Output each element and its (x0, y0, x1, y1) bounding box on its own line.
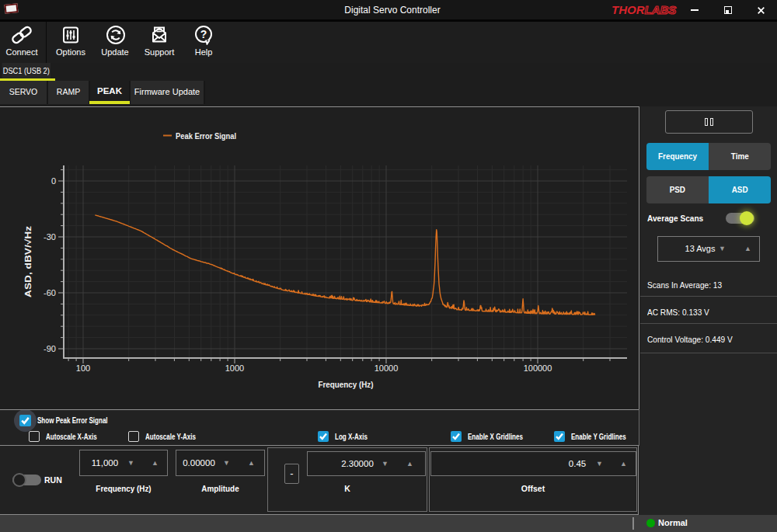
svg-text:0: 0 (51, 176, 56, 186)
svg-text:10000: 10000 (375, 363, 399, 373)
svg-text:100000: 100000 (524, 363, 552, 373)
svg-text:100: 100 (76, 363, 90, 373)
svg-text:-90: -90 (44, 344, 56, 353)
svg-text:-60: -60 (44, 288, 56, 297)
svg-text:ASD, dBV/√Hz: ASD, dBV/√Hz (23, 226, 33, 297)
svg-text:1000: 1000 (225, 363, 244, 373)
svg-text:Peak Error Signal: Peak Error Signal (176, 131, 236, 141)
svg-text:Frequency (Hz): Frequency (Hz) (319, 380, 374, 389)
svg-text:-30: -30 (44, 232, 56, 242)
svg-text:?: ? (200, 28, 207, 40)
